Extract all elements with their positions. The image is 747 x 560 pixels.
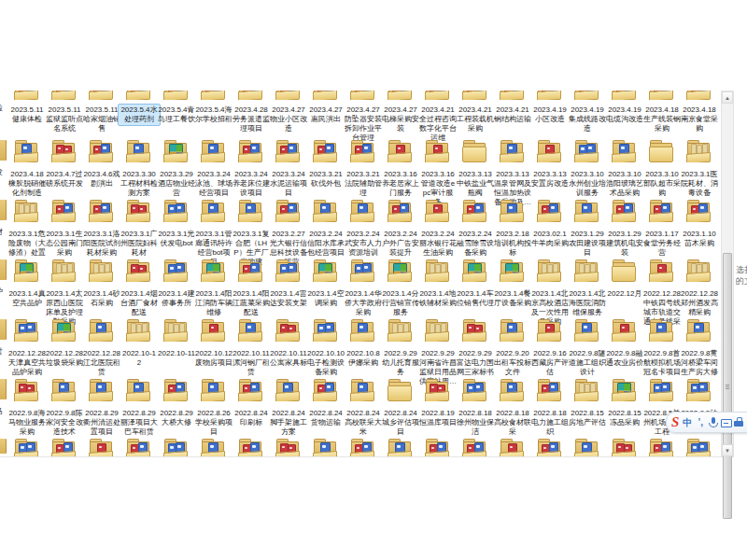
folder-icon: [51, 319, 76, 342]
cut-folder-icon: [0, 200, 7, 220]
cut-folder-icon: [0, 259, 7, 280]
folder-icon: [574, 319, 599, 342]
folder-icon: [574, 91, 599, 100]
folder-icon: [537, 379, 561, 401]
folder-icon: [51, 91, 76, 100]
folder-icon: [388, 259, 412, 282]
folder-icon: [612, 379, 636, 401]
voice-input-icon[interactable]: [707, 415, 720, 430]
folder-icon: [238, 259, 262, 282]
folder-icon: [500, 259, 524, 282]
folder-icon: [649, 439, 673, 456]
chinese-mode-icon[interactable]: 中: [681, 415, 694, 430]
folder-icon: [425, 379, 449, 401]
preview-hint-line2: 的文: [736, 275, 747, 287]
cut-folder-icon: [0, 439, 7, 454]
folder-icon: [612, 140, 636, 162]
folder-icon: [163, 259, 188, 282]
folder-icon: [14, 91, 38, 100]
folder-icon: [275, 439, 300, 456]
folder-icon: [14, 379, 38, 401]
cut-folder-column: 检发材炉赁马: [0, 91, 7, 457]
sogou-ime-toolbar[interactable]: S 中’,: [666, 412, 747, 433]
folder-icon: [686, 379, 711, 401]
folder-icon: [425, 91, 449, 100]
scroll-up-button[interactable]: ▲: [722, 91, 733, 104]
folder-icon: [275, 140, 300, 162]
folder-icon: [425, 200, 449, 222]
folder-icon: [686, 319, 711, 342]
folder-icon: [686, 259, 711, 282]
folder-icon: [238, 379, 262, 401]
folder-icon: [51, 439, 76, 456]
folder-icon: [238, 439, 262, 456]
folder-icon: [313, 200, 337, 222]
folder-icon: [350, 140, 374, 162]
folder-icon: [388, 319, 412, 342]
folder-icon: [388, 140, 412, 162]
folder-icon: [126, 259, 150, 282]
folder-icon: [350, 319, 374, 342]
scrollbar-thumb[interactable]: [723, 253, 732, 519]
folder-icon: [686, 200, 711, 222]
cut-label-fragment: 发: [0, 168, 7, 177]
folder-icon: [425, 140, 449, 162]
folder-icon: [574, 140, 599, 162]
folder-icon: [537, 140, 561, 162]
folder-icon: [51, 200, 76, 222]
folder-icon: [89, 439, 113, 456]
folder-icon: [500, 200, 524, 222]
folder-icon: [201, 379, 225, 401]
folder-icon: [126, 91, 150, 100]
folder-icon: [462, 439, 486, 456]
skin-toolbox-icon[interactable]: [733, 415, 746, 430]
folder-icon: [313, 259, 337, 282]
folder-icon: [14, 319, 38, 342]
cut-folder-icon: [0, 140, 7, 161]
folder-icon: [126, 379, 150, 401]
folder-icon: [649, 140, 673, 162]
folder-icon: [313, 91, 337, 100]
folder-icon: [201, 319, 225, 342]
scroll-up-arrow-icon: ▲: [725, 95, 730, 101]
cut-folder-icon: [0, 319, 7, 340]
folder-icon: [126, 319, 150, 342]
folder-label: 2022.9.8黄河桥梁车间生产房大修: [678, 347, 721, 379]
folder-icon: [238, 140, 262, 162]
folder-icon: [574, 439, 599, 456]
folder-icon: [163, 91, 188, 100]
punctuation-mode-icon[interactable]: ’,: [694, 415, 707, 430]
folder-icon: [425, 439, 449, 456]
folder-icon: [201, 200, 225, 222]
soft-keyboard-icon[interactable]: [720, 415, 733, 430]
folder-icon: [649, 319, 673, 342]
scroll-down-arrow-icon: ▼: [725, 448, 730, 454]
folder-icon: [126, 140, 150, 162]
folder-icon: [313, 439, 337, 456]
folder-icon: [313, 140, 337, 162]
folder-icon: [649, 259, 673, 282]
folder-icon: [51, 140, 76, 162]
folder-icon: [14, 140, 38, 162]
folder-icon: [313, 319, 337, 342]
folder-icon: [14, 259, 38, 282]
folder-icon: [462, 259, 486, 282]
folder-label: 2023.4.18南京食堂采购: [678, 104, 721, 135]
folder-icon: [201, 259, 225, 282]
folder-icon: [163, 140, 188, 162]
scroll-down-button[interactable]: ▼: [722, 444, 733, 456]
folder-label: 2023.3.1医院耗材、消毒设备: [678, 168, 721, 200]
folder-icon: [500, 140, 524, 162]
folder-icon: [201, 91, 225, 100]
folder-label: 2023.1.10苗木采购: [678, 228, 721, 250]
folder-icon: [462, 200, 486, 222]
folder-icon: [537, 319, 561, 342]
folder-icon: [275, 379, 300, 401]
cut-label-fragment: 赁: [0, 347, 7, 357]
folder-icon: [686, 439, 711, 456]
folder-icon: [537, 259, 561, 282]
folder-icon: [313, 379, 337, 401]
vertical-scrollbar[interactable]: ▲ ▼: [721, 91, 734, 457]
sogou-logo-icon[interactable]: S: [671, 415, 679, 429]
folder-icon: [574, 259, 599, 282]
